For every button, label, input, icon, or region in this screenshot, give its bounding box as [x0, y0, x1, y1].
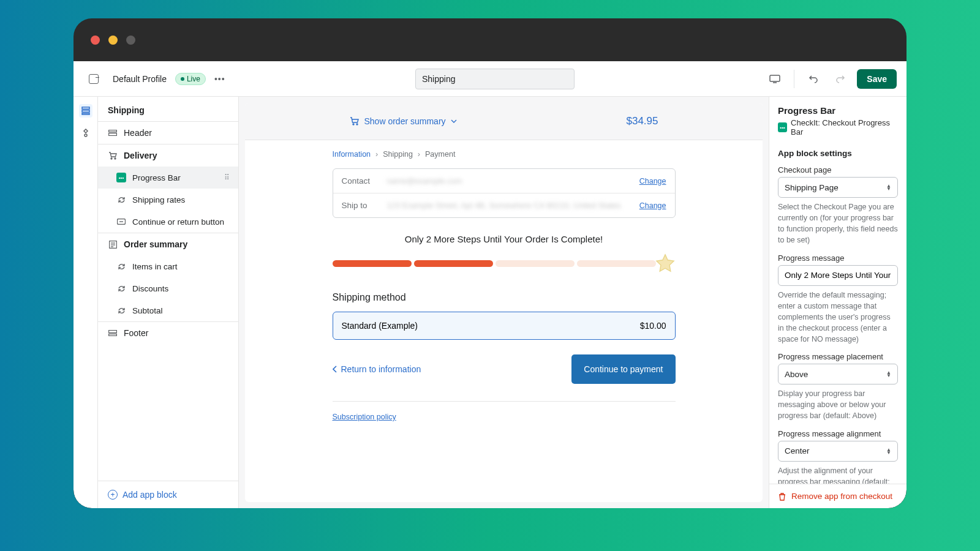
crumb-information[interactable]: Information: [333, 150, 371, 159]
block-subtotal[interactable]: Subtotal: [98, 299, 238, 321]
left-panel-title: Shipping: [98, 97, 238, 121]
button-icon: [116, 217, 126, 227]
alignment-label: Progress message alignment: [778, 429, 898, 438]
placement-value: Above: [785, 370, 808, 379]
change-contact-link[interactable]: Change: [639, 177, 666, 186]
progress-segment: [496, 260, 575, 267]
add-app-block-label: Add app block: [123, 490, 177, 500]
svg-rect-3: [82, 110, 89, 112]
shipping-option-label: Standard (Example): [342, 321, 418, 331]
block-continue-return-label: Continue or return button: [132, 217, 224, 227]
top-bar: Default Profile Live ••• Save: [74, 61, 907, 97]
placement-select[interactable]: Above ▲▼: [778, 364, 898, 384]
block-progress-bar[interactable]: ••• Progress Bar ⠿: [98, 167, 238, 189]
sections-tab-icon[interactable]: [79, 104, 92, 118]
progress-segment: [414, 260, 493, 267]
continue-button[interactable]: Continue to payment: [571, 354, 675, 384]
shipto-label: Ship to: [342, 201, 379, 210]
show-summary-toggle[interactable]: Show order summary: [350, 116, 457, 126]
window-minimize-dot[interactable]: [108, 36, 118, 45]
shipping-option[interactable]: Standard (Example) $10.00: [333, 312, 676, 340]
show-summary-label: Show order summary: [364, 116, 446, 126]
select-chevron-icon: ▲▼: [886, 184, 891, 190]
window-chrome: [74, 18, 907, 61]
checkout-page-select[interactable]: Shipping Page ▲▼: [778, 177, 898, 198]
settings-tab-icon[interactable]: [79, 126, 92, 140]
svg-rect-16: [109, 334, 117, 336]
block-items-label: Items in cart: [132, 262, 178, 271]
checkout-page-value: Shipping Page: [785, 183, 839, 192]
live-badge: Live: [175, 73, 206, 85]
cart-icon: [108, 151, 118, 160]
crumb-payment: Payment: [425, 150, 455, 159]
shipping-option-price: $10.00: [640, 321, 666, 331]
add-app-block-button[interactable]: + Add app block: [98, 481, 238, 508]
section-header[interactable]: Header: [98, 122, 238, 144]
save-button[interactable]: Save: [857, 69, 897, 89]
policy-row: Subscription policy: [333, 401, 676, 429]
shipto-value: 123 Example Street, Apt 4B, Somewhere CA…: [387, 201, 631, 210]
app-name: CheckIt: Checkout Progress Bar: [791, 118, 898, 137]
block-items-in-cart[interactable]: Items in cart: [98, 255, 238, 277]
block-discounts-label: Discounts: [132, 284, 168, 293]
chevron-left-icon: [333, 365, 337, 373]
undo-icon[interactable]: [803, 69, 824, 89]
select-chevron-icon: ▲▼: [886, 448, 891, 454]
svg-rect-6: [109, 130, 117, 132]
block-continue-return[interactable]: Continue or return button: [98, 211, 238, 233]
trash-icon: [778, 492, 786, 501]
checkout-page-label: Checkout page: [778, 165, 898, 174]
svg-rect-15: [109, 331, 117, 333]
review-box: Contact name@example.com Change Ship to …: [333, 168, 676, 218]
page-selector-input[interactable]: [415, 69, 575, 89]
change-shipto-link[interactable]: Change: [639, 201, 666, 210]
shipping-method-title: Shipping method: [333, 292, 676, 303]
remove-app-label: Remove app from checkout: [791, 492, 892, 501]
app-icon: •••: [116, 173, 126, 182]
block-shipping-rates[interactable]: Shipping rates: [98, 189, 238, 211]
section-delivery[interactable]: Delivery: [98, 144, 238, 167]
alignment-value: Center: [785, 446, 810, 455]
alignment-select[interactable]: Center ▲▼: [778, 441, 898, 462]
block-discounts[interactable]: Discounts: [98, 277, 238, 299]
return-link[interactable]: Return to information: [333, 364, 421, 374]
left-panel: Shipping Header Delivery ••• Progress Ba…: [98, 97, 239, 508]
placement-help: Display your progress bar messaging abov…: [778, 388, 898, 421]
window-close-dot[interactable]: [91, 36, 100, 45]
progress-message-input[interactable]: [778, 265, 898, 286]
more-menu-icon[interactable]: •••: [214, 74, 225, 84]
section-footer-label: Footer: [124, 328, 148, 338]
svg-rect-4: [82, 113, 89, 114]
progress-message-label: Progress message: [778, 253, 898, 263]
exit-editor-icon[interactable]: [83, 69, 104, 89]
subscription-policy-link[interactable]: Subscription policy: [333, 413, 396, 421]
checkout-page-help: Select the Checkout Page you are current…: [778, 201, 898, 246]
svg-rect-0: [770, 75, 780, 81]
drag-handle-icon[interactable]: ⠿: [224, 173, 228, 182]
cart-icon: [350, 116, 360, 126]
remove-app-button[interactable]: Remove app from checkout: [769, 484, 907, 508]
list-icon: [108, 239, 118, 249]
redo-icon[interactable]: [830, 69, 851, 89]
footer-icon: [108, 328, 118, 338]
placement-label: Progress message placement: [778, 352, 898, 361]
return-label: Return to information: [341, 364, 421, 374]
svg-point-8: [111, 158, 112, 159]
sync-icon: [116, 283, 126, 293]
tool-rail: [74, 97, 98, 508]
section-order-summary-label: Order summary: [124, 239, 187, 249]
progress-message: Only 2 More Steps Until Your Order Is Co…: [333, 234, 676, 244]
sync-icon: [116, 305, 126, 315]
plus-icon: +: [108, 490, 118, 500]
contact-label: Contact: [342, 176, 379, 186]
viewport-icon[interactable]: [764, 69, 785, 89]
window-zoom-dot[interactable]: [126, 36, 135, 45]
settings-title: Progress Bar: [778, 105, 898, 116]
block-subtotal-label: Subtotal: [132, 306, 163, 315]
section-footer[interactable]: Footer: [98, 321, 238, 344]
block-shipping-rates-label: Shipping rates: [132, 195, 185, 204]
settings-heading: App block settings: [778, 149, 898, 158]
profile-name: Default Profile: [113, 74, 167, 84]
right-panel: Progress Bar ••• CheckIt: Checkout Progr…: [769, 97, 907, 508]
section-order-summary[interactable]: Order summary: [98, 233, 238, 255]
